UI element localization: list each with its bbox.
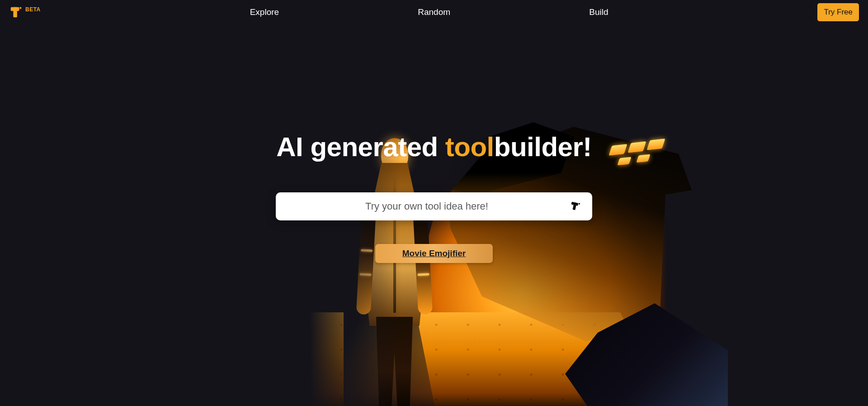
logo[interactable]: BETA (9, 5, 41, 19)
tool-idea-input[interactable] (287, 201, 567, 212)
main-nav: Explore Random Build (180, 7, 678, 17)
try-free-button[interactable]: Try Free (817, 3, 859, 21)
suggestion-chip[interactable]: Movie Emojifier (375, 244, 493, 263)
submit-icon (570, 201, 580, 213)
submit-button[interactable] (567, 198, 583, 215)
hero-headline: AI generated toolbuilder! (276, 131, 592, 162)
hero-section: AI generated toolbuilder! Movie Emojifie… (0, 24, 868, 263)
headline-suffix: builder! (494, 132, 592, 162)
headline-accent: tool (445, 132, 494, 162)
site-header: BETA Explore Random Build Try Free (0, 0, 868, 24)
svg-rect-5 (579, 203, 580, 205)
nav-explore[interactable]: Explore (250, 7, 279, 17)
svg-rect-2 (19, 7, 21, 9)
nav-random[interactable]: Random (418, 7, 450, 17)
headline-prefix: AI generated (276, 132, 445, 162)
svg-rect-1 (13, 7, 17, 18)
logo-icon (9, 5, 23, 19)
nav-build[interactable]: Build (589, 7, 608, 17)
prompt-bar (276, 192, 592, 220)
beta-badge: BETA (25, 5, 41, 13)
